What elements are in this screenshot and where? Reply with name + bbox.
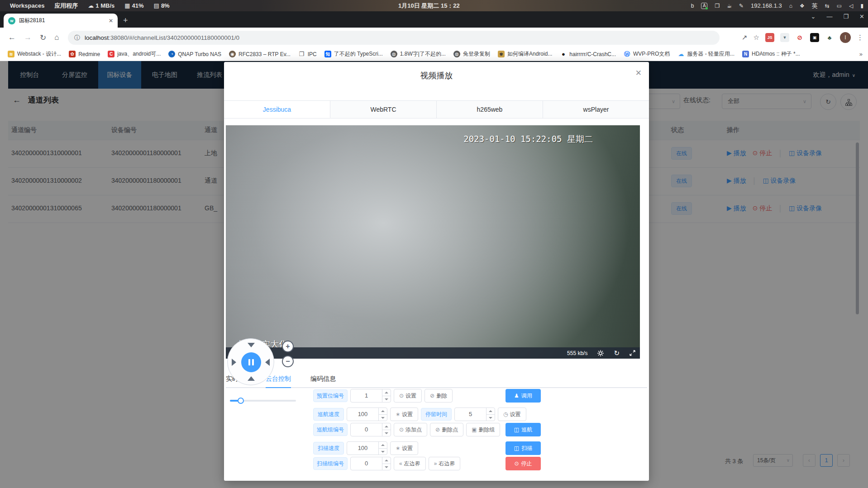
extension-downloader-icon[interactable]: ▼: [780, 33, 789, 42]
bookmark-copy-free[interactable]: ◍免登录复制: [453, 50, 490, 58]
number-spinner[interactable]: [382, 457, 391, 470]
fullscreen-icon[interactable]: [630, 350, 635, 356]
scan-speed-input[interactable]: 100: [347, 441, 387, 455]
preset-call-button[interactable]: ♟调用: [506, 389, 541, 403]
dialog-close-icon[interactable]: ✕: [635, 68, 642, 78]
site-info-icon[interactable]: ⓘ: [74, 34, 80, 42]
display-icon[interactable]: ▭: [837, 3, 842, 9]
subtab-encoding-info[interactable]: 编码信息: [310, 370, 336, 387]
profile-avatar[interactable]: I: [840, 32, 851, 43]
address-bar[interactable]: ⓘ localhost:38080/#/channelList/34020000…: [68, 31, 720, 45]
applications-button[interactable]: 应用程序: [54, 2, 78, 10]
cruise-speed-input[interactable]: 100: [347, 407, 387, 421]
share-icon[interactable]: ↗: [742, 33, 748, 42]
browser-menu-icon[interactable]: ⋮: [857, 33, 863, 42]
bookmarks-overflow-icon[interactable]: »: [859, 51, 863, 57]
number-spinner[interactable]: [378, 408, 387, 421]
scan-group-input[interactable]: 0: [350, 457, 391, 470]
ptz-up-arrow[interactable]: [248, 343, 255, 347]
extension-dark-icon[interactable]: ▣: [810, 33, 819, 42]
ptz-center-pause-button[interactable]: [241, 352, 261, 372]
window-restore-button[interactable]: ❐: [843, 13, 849, 20]
window-close-button[interactable]: ✕: [859, 13, 864, 20]
window-minimize-button[interactable]: —: [826, 13, 832, 20]
number-spinner[interactable]: [382, 423, 391, 436]
extension-blocker-icon[interactable]: ⊘: [795, 33, 804, 42]
workspace-grid-icon[interactable]: ❖: [800, 3, 805, 9]
scan-speed-set-button[interactable]: ∗设置: [390, 441, 418, 455]
caffeine-tray-icon[interactable]: ☕: [727, 3, 732, 9]
tab-close-icon[interactable]: ✕: [109, 18, 113, 24]
bookmark-star-icon[interactable]: ☆: [754, 33, 759, 42]
delete-group-button[interactable]: ▣删除组: [466, 423, 500, 436]
number-spinner[interactable]: [378, 442, 387, 455]
number-spinner[interactable]: [382, 389, 391, 402]
ptz-right-arrow[interactable]: [265, 359, 270, 366]
bookmark-hdatmos[interactable]: NHDAtmos :: 种子 *...: [742, 50, 800, 58]
cruise-button[interactable]: ◫巡航: [506, 423, 541, 436]
ptz-down-arrow[interactable]: [248, 376, 255, 381]
add-point-button[interactable]: ⊙添加点: [394, 423, 427, 436]
bookmark-wvp-doc[interactable]: ⓌWVP-PRO文档: [624, 50, 670, 58]
preset-number-input[interactable]: 1: [350, 389, 391, 403]
bookmark-18w[interactable]: ◍1.8W字|了不起的...: [391, 50, 446, 58]
bookmark-webstack[interactable]: ≋Webstack - 设计...: [8, 50, 61, 58]
workspaces-button[interactable]: Workspaces: [10, 2, 44, 9]
bookmark-redmine[interactable]: ✿Redmine: [69, 51, 100, 57]
forward-button[interactable]: →: [24, 33, 32, 42]
extension-js-icon[interactable]: JS: [765, 33, 774, 42]
ptz-stop-button[interactable]: ⊙停止: [506, 457, 541, 470]
tab-wsplayer[interactable]: wsPlayer: [543, 101, 649, 118]
stay-time-set-button[interactable]: ◷设置: [498, 407, 526, 421]
cruise-group-input[interactable]: 0: [350, 423, 391, 436]
scan-button[interactable]: ◫扫描: [506, 441, 541, 455]
clock[interactable]: 1月10日 星期二 15：22: [398, 2, 460, 10]
input-method-icon[interactable]: A: [701, 3, 707, 9]
scan-group-tag: 扫描组编号: [313, 457, 348, 470]
clipboard-tray-icon[interactable]: ❐: [715, 3, 720, 9]
number-spinner[interactable]: [486, 408, 495, 421]
slider-handle[interactable]: [238, 398, 244, 404]
bookmark-qnap[interactable]: ◔QNAP Turbo NAS: [168, 51, 221, 57]
ptz-speed-slider[interactable]: [230, 398, 296, 404]
new-tab-button[interactable]: +: [123, 15, 128, 25]
stay-time-input[interactable]: 5: [454, 407, 495, 421]
browser-tab[interactable]: w 国标28181 ✕: [4, 14, 118, 28]
bookmark-github-crashc[interactable]: ●hairrrrr/C-CrashC...: [560, 51, 616, 57]
bookmark-compile-android[interactable]: ♚如何编译Android...: [498, 50, 552, 58]
preset-delete-button[interactable]: ⊘删除: [424, 389, 453, 403]
left-boundary-button[interactable]: «左边界: [394, 457, 426, 470]
bookmark-java-android[interactable]: Cjava、android可...: [108, 50, 161, 58]
home-tray-icon[interactable]: ⌂: [789, 3, 792, 9]
ip-address[interactable]: 192.168.1.3: [751, 2, 782, 9]
player-settings-icon[interactable]: [597, 350, 604, 356]
tab-h265web[interactable]: h265web: [437, 101, 543, 118]
ptz-direction-pad[interactable]: [227, 338, 274, 385]
back-button[interactable]: ←: [8, 33, 16, 42]
reload-button[interactable]: ↻: [40, 33, 46, 43]
bookmark-rfc2833[interactable]: ◉RFC2833 – RTP Ev...: [229, 51, 291, 57]
volume-muted-icon[interactable]: ◁: [849, 3, 853, 9]
video-player[interactable]: 2023-01-10 15:22:05 星期二 上地科实大化 555 kb/s: [226, 125, 640, 359]
bookmark-ipc-folder[interactable]: ❐IPC: [298, 51, 317, 57]
stay-time-tag: 停留时间: [421, 408, 452, 421]
preset-set-button[interactable]: ⊙设置: [394, 389, 422, 403]
tab-webrtc[interactable]: WebRTC: [330, 101, 437, 118]
zoom-in-button[interactable]: +: [282, 341, 294, 352]
bookmark-typescript[interactable]: 知了不起的 TypeScri...: [324, 50, 383, 58]
delete-point-button[interactable]: ⊘删除点: [430, 423, 463, 436]
language-indicator[interactable]: 英: [812, 2, 818, 10]
zoom-out-button[interactable]: −: [282, 355, 294, 367]
right-boundary-button[interactable]: »右边界: [429, 457, 461, 470]
tab-jessibuca[interactable]: Jessibuca: [224, 101, 330, 118]
picker-tray-icon[interactable]: ✎: [739, 3, 744, 9]
tab-search-icon[interactable]: ⌄: [811, 13, 816, 20]
cruise-speed-set-button[interactable]: ∗设置: [390, 407, 418, 421]
extension-tree-icon[interactable]: ♣: [825, 33, 834, 42]
ptz-left-arrow[interactable]: [232, 359, 236, 366]
bookmark-server[interactable]: ☁服务器 - 轻量应用...: [677, 50, 734, 58]
home-button[interactable]: ⌂: [54, 33, 59, 42]
player-refresh-icon[interactable]: ↻: [614, 349, 620, 357]
phone-link-icon[interactable]: ⇆: [825, 3, 830, 9]
bing-tray-icon[interactable]: b: [691, 3, 694, 9]
